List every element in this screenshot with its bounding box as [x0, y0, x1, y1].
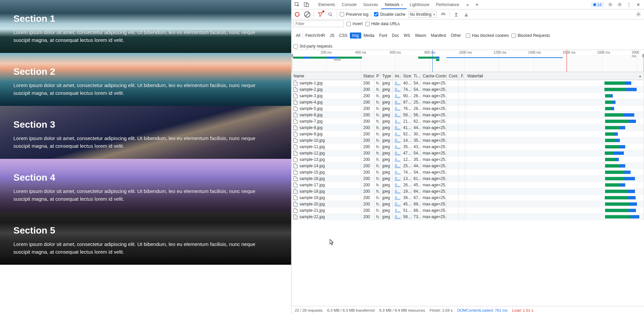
filter-type-ws[interactable]: WS: [401, 33, 413, 39]
network-request-row[interactable]: sample-17.jpg200h..jpeg(i...26...45...ma…: [291, 182, 644, 188]
filter-type-all[interactable]: All: [293, 33, 303, 39]
filter-type-css[interactable]: CSS: [337, 33, 350, 39]
request-initiator[interactable]: (i...: [393, 93, 401, 99]
tab-console[interactable]: Console: [338, 0, 360, 9]
network-request-row[interactable]: sample-2.jpg200h..jpeg(i...74...54...max…: [291, 86, 644, 93]
close-devtools-icon[interactable]: ✕: [634, 0, 643, 9]
col-cache-control[interactable]: Cache-Control: [421, 72, 447, 80]
network-request-row[interactable]: sample-8.jpg200h..jpeg(i...41...44...max…: [291, 125, 644, 131]
filter-type-fetch-xhr[interactable]: Fetch/XHR: [303, 33, 327, 39]
more-tabs-icon[interactable]: »: [463, 0, 472, 9]
network-request-row[interactable]: sample-16.jpg200h..jpeg(i...13...61...ma…: [291, 176, 644, 182]
network-request-row[interactable]: sample-22.jpg200h..jpeg(i...58...73...ma…: [291, 214, 644, 220]
filter-toggle-icon[interactable]: [317, 11, 324, 18]
request-initiator[interactable]: (i...: [393, 163, 401, 169]
kebab-menu-icon[interactable]: ⋮: [625, 0, 633, 9]
filter-input[interactable]: [293, 20, 344, 27]
network-overview[interactable]: 200 ms400 ms600 ms800 ms1000 ms1200 ms14…: [291, 50, 644, 72]
filter-type-doc[interactable]: Doc: [389, 33, 401, 39]
network-request-row[interactable]: sample-4.jpg200h..jpeg(i...97...25...max…: [291, 99, 644, 106]
request-initiator[interactable]: (i...: [393, 207, 401, 213]
network-request-row[interactable]: sample-12.jpg200h..jpeg(i...47...54...ma…: [291, 150, 644, 156]
request-initiator[interactable]: (i...: [393, 176, 401, 182]
col-initiator[interactable]: Ini...: [393, 72, 401, 80]
filter-type-media[interactable]: Media: [361, 33, 377, 39]
col-size[interactable]: Size: [401, 72, 412, 80]
col-content-encoding[interactable]: Cont...: [447, 72, 459, 80]
request-initiator[interactable]: (i...: [393, 86, 401, 92]
settings-gear-icon[interactable]: [615, 0, 624, 9]
network-request-row[interactable]: sample-6.jpg200h..jpeg(i...59...56...max…: [291, 112, 644, 118]
filter-type-other[interactable]: Other: [448, 33, 463, 39]
import-har-icon[interactable]: [452, 11, 460, 18]
settings-gear-secondary-icon[interactable]: [606, 0, 614, 9]
network-request-row[interactable]: sample-9.jpg200h..jpeg(i...92...30...max…: [291, 131, 644, 137]
request-initiator[interactable]: (i...: [393, 144, 401, 150]
tab-lighthouse[interactable]: Lighthouse: [407, 0, 433, 9]
new-tab-icon[interactable]: +: [473, 0, 481, 9]
device-toolbar-icon[interactable]: [302, 0, 311, 9]
col-waterfall[interactable]: Waterfall▲: [465, 72, 644, 80]
network-request-row[interactable]: sample-21.jpg200h..jpeg(i...51...68...ma…: [291, 207, 644, 214]
search-icon[interactable]: [327, 11, 334, 18]
inspect-element-icon[interactable]: [293, 0, 302, 9]
export-har-icon[interactable]: [463, 11, 470, 18]
request-initiator[interactable]: (i...: [393, 137, 401, 143]
tab-sources[interactable]: Sources: [360, 0, 381, 9]
col-status[interactable]: Status: [361, 72, 374, 80]
tab-network[interactable]: Network×: [381, 0, 406, 9]
disable-cache-checkbox[interactable]: Disable cache: [374, 12, 405, 17]
hide-data-urls-checkbox[interactable]: Hide data URLs: [365, 21, 400, 26]
network-request-row[interactable]: sample-13.jpg200h..jpeg(i...12...35...ma…: [291, 156, 644, 163]
filter-type-manifest[interactable]: Manifest: [429, 33, 448, 39]
network-request-row[interactable]: sample-18.jpg200h..jpeg(i...19...64...ma…: [291, 188, 644, 195]
request-initiator[interactable]: (i...: [393, 125, 401, 131]
preserve-log-checkbox[interactable]: Preserve log: [340, 12, 368, 17]
request-initiator[interactable]: (i...: [393, 112, 401, 118]
filter-type-img[interactable]: Img: [350, 33, 361, 39]
filter-type-wasm[interactable]: Wasm: [413, 33, 429, 39]
request-initiator[interactable]: (i...: [393, 156, 401, 163]
col-type[interactable]: Type: [380, 72, 393, 80]
network-request-row[interactable]: sample-11.jpg200h..jpeg(i...35...43...ma…: [291, 144, 644, 150]
request-initiator[interactable]: (i...: [393, 80, 401, 86]
network-request-row[interactable]: sample-5.jpg200h..jpeg(i...76...26...max…: [291, 106, 644, 112]
filter-type-font[interactable]: Font: [377, 33, 389, 39]
has-blocked-cookies-checkbox[interactable]: Has blocked cookies: [466, 33, 509, 38]
issues-badge[interactable]: 14: [591, 2, 604, 7]
request-initiator[interactable]: (i...: [393, 182, 401, 188]
col-protocol[interactable]: P: [374, 72, 380, 80]
network-request-row[interactable]: sample-7.jpg200h..jpeg(i...21...62...max…: [291, 118, 644, 125]
request-initiator[interactable]: (i...: [393, 188, 401, 194]
request-initiator[interactable]: (i...: [393, 214, 401, 220]
col-time[interactable]: Ti...: [412, 72, 421, 80]
col-name[interactable]: Name: [291, 72, 361, 80]
invert-checkbox[interactable]: Invert: [346, 21, 363, 26]
request-initiator[interactable]: (i...: [393, 131, 401, 137]
network-request-row[interactable]: sample-3.jpg200h..jpeg(i...90...26...max…: [291, 93, 644, 99]
tab-elements[interactable]: Elements: [315, 0, 338, 9]
request-initiator[interactable]: (i...: [393, 118, 401, 124]
network-request-row[interactable]: sample-20.jpg200h..jpeg(i...45...69...ma…: [291, 201, 644, 207]
request-initiator[interactable]: (i...: [393, 169, 401, 175]
clear-button[interactable]: [304, 11, 311, 18]
blocked-requests-checkbox[interactable]: Blocked Requests: [512, 33, 550, 38]
network-request-row[interactable]: sample-1.jpg200h..jpeg(i...40...54...max…: [291, 80, 644, 86]
network-conditions-icon[interactable]: [439, 11, 447, 18]
network-request-row[interactable]: sample-19.jpg200h..jpeg(i...38...67...ma…: [291, 195, 644, 201]
record-button[interactable]: [293, 11, 301, 18]
third-party-checkbox[interactable]: 3rd-party requests: [293, 44, 332, 49]
filter-type-js[interactable]: JS: [327, 33, 337, 39]
network-request-row[interactable]: sample-14.jpg200h..jpeg(i...25...44...ma…: [291, 163, 644, 169]
network-settings-icon[interactable]: [635, 11, 642, 18]
request-initiator[interactable]: (i...: [393, 99, 401, 105]
request-initiator[interactable]: (i...: [393, 201, 401, 207]
col-f[interactable]: F.: [459, 72, 465, 80]
close-tab-icon[interactable]: ×: [401, 3, 403, 7]
network-request-row[interactable]: sample-10.jpg200h..jpeg(i...14...35...ma…: [291, 137, 644, 144]
page-preview[interactable]: Section 1Lorem ipsum dolor sit amet, con…: [0, 0, 291, 314]
network-request-row[interactable]: sample-15.jpg200h..jpeg(i...74...54...ma…: [291, 169, 644, 176]
request-initiator[interactable]: (i...: [393, 106, 401, 112]
network-table-header[interactable]: Name Status P Type Ini... Size Ti... Cac…: [291, 72, 644, 80]
tab-performance[interactable]: Performance: [433, 0, 463, 9]
